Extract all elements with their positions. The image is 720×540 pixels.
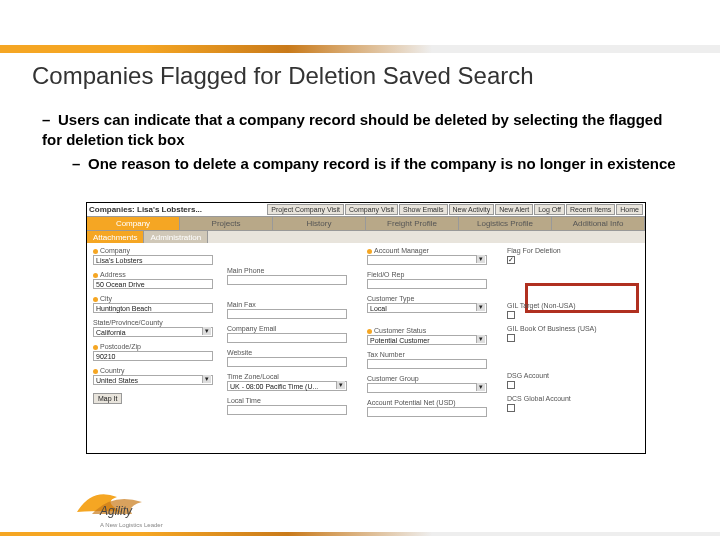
tab-row: Company Projects History Freight Profile… (87, 217, 645, 231)
lbl-gilbob: GIL Book Of Business (USA) (507, 325, 637, 332)
lbl-giltarget: GIL Target (Non-USA) (507, 302, 637, 309)
input-city[interactable]: Huntington Beach (93, 303, 213, 313)
bullet-level-1: –Users can indicate that a company recor… (42, 110, 680, 149)
lbl-dsgacct: DSG Account (507, 372, 637, 379)
lbl-taxnum: Tax Number (367, 351, 487, 358)
btn-company-visit[interactable]: Company Visit (345, 204, 398, 215)
lbl-mainphone: Main Phone (227, 267, 347, 274)
btn-logoff[interactable]: Log Off (534, 204, 565, 215)
checkbox-dcs-global[interactable] (507, 404, 515, 412)
btn-home[interactable]: Home (616, 204, 643, 215)
btn-show-emails[interactable]: Show Emails (399, 204, 447, 215)
lbl-website: Website (227, 349, 347, 356)
top-divider (0, 45, 720, 53)
lbl-acctmgr: Account Manager (374, 247, 429, 254)
column-2: Main Phone Main Fax Company Email Websit… (227, 247, 347, 421)
app-topbar: Companies: Lisa's Lobsters... Project Co… (87, 203, 645, 217)
checkbox-flag-deletion[interactable] (507, 256, 515, 264)
bullet2-text: One reason to delete a company record is… (88, 155, 676, 172)
subtab-row: Attachments Administration (87, 231, 645, 243)
top-actions: Project Company Visit Company Visit Show… (267, 204, 643, 215)
lbl-timezone: Time Zone/Local (227, 373, 347, 380)
input-company[interactable]: Lisa's Lobsters (93, 255, 213, 265)
lbl-custstatus: Customer Status (374, 327, 426, 334)
btn-new-alert[interactable]: New Alert (495, 204, 533, 215)
lbl-fieldrep: Field/O Rep (367, 271, 487, 278)
select-custtype[interactable]: Local (367, 303, 487, 313)
lbl-localtime: Local Time (227, 397, 347, 404)
input-postcode[interactable]: 90210 (93, 351, 213, 361)
input-taxnum[interactable] (367, 359, 487, 369)
tab-logistics[interactable]: Logistics Profile (459, 217, 552, 230)
breadcrumb: Companies: Lisa's Lobsters... (89, 205, 267, 214)
tab-additional[interactable]: Additional Info (552, 217, 645, 230)
lbl-custtype: Customer Type (367, 295, 487, 302)
checkbox-gil-target[interactable] (507, 311, 515, 319)
btn-recent[interactable]: Recent Items (566, 204, 615, 215)
lbl-city: City (100, 295, 112, 302)
tab-history[interactable]: History (273, 217, 366, 230)
select-timezone[interactable]: UK - 08:00 Pacific Time (U... (227, 381, 347, 391)
input-acctpotential[interactable] (367, 407, 487, 417)
subtab-admin[interactable]: Administration (144, 231, 208, 243)
bullet-level-2: –One reason to delete a company record i… (72, 154, 680, 174)
input-email[interactable] (227, 333, 347, 343)
checkbox-gil-bob[interactable] (507, 334, 515, 342)
tab-freight[interactable]: Freight Profile (366, 217, 459, 230)
input-localtime[interactable] (227, 405, 347, 415)
input-mainphone[interactable] (227, 275, 347, 285)
select-state[interactable]: California (93, 327, 213, 337)
btn-new-activity[interactable]: New Activity (449, 204, 495, 215)
select-acctmgr[interactable] (367, 255, 487, 265)
lbl-flag: Flag For Deletion (507, 247, 637, 254)
form-area: CompanyLisa's Lobsters Address50 Ocean D… (87, 243, 645, 453)
select-country[interactable]: United States (93, 375, 213, 385)
column-4: Flag For Deletion GIL Target (Non-USA) G… (507, 247, 637, 418)
lbl-state: State/Province/County (93, 319, 213, 326)
input-mainfax[interactable] (227, 309, 347, 319)
tab-company[interactable]: Company (87, 217, 180, 230)
lbl-custgroup: Customer Group (367, 375, 487, 382)
column-3: Account Manager Field/O Rep Customer Typ… (367, 247, 487, 423)
screenshot: Companies: Lisa's Lobsters... Project Co… (86, 202, 646, 454)
bottom-divider (0, 532, 720, 536)
input-address[interactable]: 50 Ocean Drive (93, 279, 213, 289)
lbl-email: Company Email (227, 325, 347, 332)
checkbox-dsg[interactable] (507, 381, 515, 389)
subtab-attachments[interactable]: Attachments (87, 231, 144, 243)
lbl-address: Address (100, 271, 126, 278)
input-fieldrep[interactable] (367, 279, 487, 289)
select-custgroup[interactable] (367, 383, 487, 393)
lbl-dcsglobal: DCS Global Account (507, 395, 637, 402)
logo-tagline: A New Logistics Leader (100, 522, 163, 528)
btn-project-visit[interactable]: Project Company Visit (267, 204, 344, 215)
map-it-button[interactable]: Map It (93, 393, 122, 404)
lbl-country: Country (100, 367, 125, 374)
lbl-postcode: Postcode/Zip (100, 343, 141, 350)
bullet1-text: Users can indicate that a company record… (42, 111, 662, 148)
lbl-acctpotential: Account Potential Net (USD) (367, 399, 487, 406)
slide-title: Companies Flagged for Deletion Saved Sea… (32, 62, 534, 90)
tab-projects[interactable]: Projects (180, 217, 273, 230)
logo-text: Agility (100, 504, 132, 518)
lbl-mainfax: Main Fax (227, 301, 347, 308)
lbl-company: Company (100, 247, 130, 254)
column-1: CompanyLisa's Lobsters Address50 Ocean D… (93, 247, 213, 404)
select-custstatus[interactable]: Potential Customer (367, 335, 487, 345)
input-website[interactable] (227, 357, 347, 367)
